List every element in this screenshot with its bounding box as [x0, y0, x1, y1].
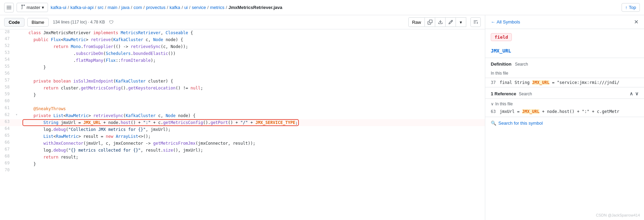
breadcrumb-kafka[interactable]: kafka: [169, 5, 180, 10]
ref-label-group: 1 Reference Search: [491, 91, 532, 96]
line-number: 55: [0, 64, 14, 71]
expand-icon[interactable]: ▾: [14, 112, 19, 119]
svg-rect-1: [7, 7, 11, 8]
breadcrumb-service[interactable]: service: [192, 5, 206, 10]
in-this-file-sub: ∨ In this file: [485, 99, 644, 108]
branch-icon: [20, 4, 25, 10]
breadcrumb-kafka-ui-api[interactable]: kafka-ui-api: [70, 5, 94, 10]
breadcrumb-kafka-ui[interactable]: kafka-ui: [51, 5, 67, 10]
line-number: 54: [0, 57, 14, 64]
in-this-file-sub-label: In this file: [495, 102, 513, 106]
tab-blame[interactable]: Blame: [27, 18, 49, 27]
close-button[interactable]: ✕: [634, 19, 638, 25]
def-line-highlight: JMX_URL: [532, 80, 550, 85]
line-number: 61: [0, 105, 14, 112]
search-symbol-label: Search for this symbol: [498, 121, 543, 126]
breadcrumb-com[interactable]: com: [134, 5, 142, 10]
download-button[interactable]: [435, 17, 446, 27]
tab-code[interactable]: Code: [4, 18, 25, 27]
ref-line-number: 63: [491, 109, 496, 114]
sidebar-toggle-btn[interactable]: [4, 3, 14, 12]
top-bar: master ▾ kafka-ui / kafka-ui-api / src /…: [0, 0, 644, 15]
symbol-tag-container: field: [485, 29, 644, 45]
reference-section-header: 1 Reference Search ∧ ∨: [485, 87, 644, 99]
line-number: 47: [0, 36, 14, 43]
top-button[interactable]: ↑ Top: [622, 3, 640, 12]
copy-button[interactable]: [425, 17, 435, 27]
line-code: log.debug("{} metrics collected for {}",…: [19, 147, 485, 154]
table-row: 47 public Flux<RawMetric> retrieve(Kafka…: [0, 36, 485, 43]
line-number: 63: [0, 119, 14, 126]
raw-button[interactable]: Raw: [408, 17, 425, 27]
chevron-down-icon[interactable]: ∨: [635, 91, 638, 96]
table-row: 54 .flatMapMany(Flux::fromIterable);: [0, 57, 485, 64]
line-code: public Flux<RawMetric> retrieve(KafkaClu…: [19, 36, 485, 43]
search-symbol-button[interactable]: 🔍 Search for this symbol: [485, 117, 644, 129]
main-layout: Code Blame 134 lines (117 loc) · 4.78 KB…: [0, 15, 644, 220]
search-icon: 🔍: [491, 121, 496, 126]
line-number: 67: [0, 147, 14, 154]
table-row: 59 }: [0, 92, 485, 98]
line-code: [19, 98, 485, 105]
line-number: 59: [0, 92, 14, 98]
back-arrow-icon: ←: [491, 19, 495, 25]
line-number: 52: [0, 43, 14, 50]
all-symbols-label: All Symbols: [497, 19, 520, 25]
line-code: return cluster.getMetricsConfig().getKey…: [19, 85, 485, 92]
table-row: 65 List<RawMetric> result = new ArrayLis…: [0, 133, 485, 140]
line-number: 64: [0, 126, 14, 133]
breadcrumb-provectus[interactable]: provectus: [146, 5, 165, 10]
line-code: [19, 168, 485, 174]
definition-search-placeholder[interactable]: Search: [515, 62, 528, 67]
svg-rect-0: [7, 6, 11, 7]
file-meta: 134 lines (117 loc) · 4.78 KB: [53, 20, 105, 25]
def-line-number: 37: [491, 80, 496, 85]
table-row: 57 private boolean isSslJmxEndpoint(Kafk…: [0, 78, 485, 85]
ref-section-controls: ∧ ∨: [630, 91, 638, 96]
reference-search-placeholder[interactable]: Search: [519, 92, 532, 96]
line-number: 70: [0, 168, 14, 174]
table-row: 70: [0, 168, 485, 174]
breadcrumb-metrics[interactable]: metrics: [210, 5, 224, 10]
wrap-button[interactable]: [470, 17, 481, 27]
reference-section: 1 Reference Search ∧ ∨ ∨ In this file 63…: [485, 87, 644, 117]
breadcrumb-ui[interactable]: ui: [184, 5, 188, 10]
edit-chevron-btn[interactable]: ▾: [456, 17, 466, 27]
table-row: 60: [0, 98, 485, 105]
line-number: 56: [0, 71, 14, 78]
table-row: 68 return result;: [0, 154, 485, 161]
line-number: 62: [0, 112, 14, 119]
line-number: 68: [0, 154, 14, 161]
breadcrumb-java[interactable]: java: [121, 5, 130, 10]
line-number: 69: [0, 161, 14, 168]
all-symbols-button[interactable]: ← All Symbols: [491, 19, 520, 25]
ref-line-suffix: + node.host() + ":" + c.getMetr: [539, 109, 619, 114]
breadcrumb-current-file: JmxMetricsRetriever.java: [228, 5, 282, 10]
breadcrumb-src[interactable]: src: [98, 5, 104, 10]
line-code: private List<RawMetric> retrieveSync(Kaf…: [19, 112, 485, 119]
branch-selector[interactable]: master ▾: [17, 3, 48, 12]
def-line-suffix: = "service:jmx:rmi:///jndi/: [549, 80, 619, 85]
definition-ref-line[interactable]: 37 final String JMX_URL = "service:jmx:r…: [485, 78, 644, 87]
right-panel: ← All Symbols ✕ field JMX_URL Definition…: [485, 15, 644, 220]
line-code: private boolean isSslJmxEndpoint(KafkaCl…: [19, 78, 485, 85]
definition-header: Definition Search: [485, 58, 644, 69]
line-code: return result;: [19, 154, 485, 161]
line-code: log.debug("Collection JMX metrics for {}…: [19, 126, 485, 133]
line-code: String jmxUrl = JMX_URL + node.host() + …: [19, 119, 485, 126]
table-row: 56: [0, 71, 485, 78]
branch-chevron-icon: ▾: [42, 5, 44, 10]
ref-line-highlight: JMX_URL: [522, 109, 540, 114]
line-number: 60: [0, 98, 14, 105]
line-code: }: [19, 64, 485, 71]
line-code: }: [19, 161, 485, 168]
symbol-panel-header: ← All Symbols ✕: [485, 15, 644, 29]
code-content[interactable]: 28 class JmxMetricsRetriever implements …: [0, 29, 485, 220]
reference-line[interactable]: 63 jmxUrl = JMX_URL + node.host() + ":" …: [485, 108, 644, 117]
definition-section: Definition Search In this file 37 final …: [485, 58, 644, 87]
chevron-up-icon[interactable]: ∧: [630, 91, 633, 96]
breadcrumb-main[interactable]: main: [108, 5, 117, 10]
edit-button[interactable]: [446, 17, 456, 27]
ref-line-prefix: jmxUrl =: [500, 109, 522, 114]
shield-icon: 🛡: [109, 20, 114, 25]
